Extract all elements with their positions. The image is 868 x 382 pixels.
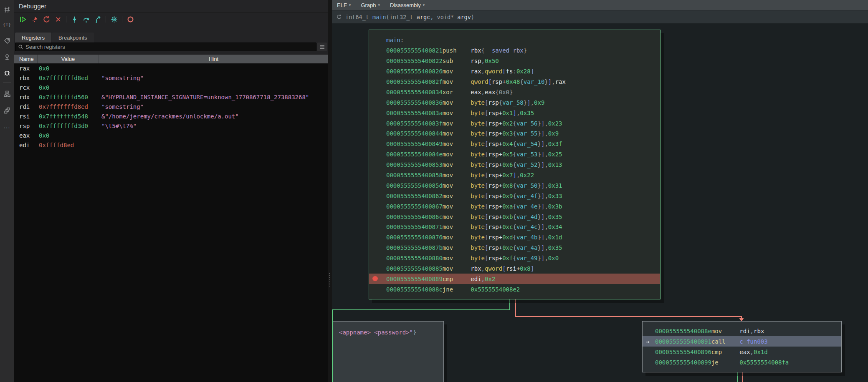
- register-row[interactable]: rbx0x7fffffffd8ed"somestring": [14, 73, 328, 83]
- disasm-line[interactable]: →0000555555400891 call c_fun003: [643, 336, 841, 347]
- disasm-line[interactable]: 0000555555400821 push rbx {__saved_rbx}: [369, 45, 660, 56]
- disasm-line[interactable]: 0000555555400896 cmp eax, 0x1d: [643, 347, 841, 357]
- disasm-line[interactable]: 0000555555400889 cmp edi, 0x2: [369, 274, 660, 284]
- register-row[interactable]: edi0xffffd8ed: [14, 140, 328, 150]
- cross-references-icon[interactable]: [0, 104, 14, 117]
- disasm-line[interactable]: 0000555555400858 mov byte [rsp+0x7], 0x2…: [369, 170, 660, 181]
- disasm-line[interactable]: main:: [369, 35, 660, 45]
- basic-block-call[interactable]: 000055555540088e mov rdi, rbx→0000555555…: [642, 321, 842, 372]
- disasm-line[interactable]: 0000555555400844 mov byte [rsp+0x3 {var_…: [369, 128, 660, 139]
- toolbar-separator: [66, 16, 66, 23]
- menu-elf[interactable]: ELF ▾: [337, 2, 351, 8]
- search-input[interactable]: Search registers: [15, 43, 316, 51]
- binary-ninja-window: {T} ··· Debugger: [0, 0, 868, 382]
- register-row[interactable]: rax0x0: [14, 63, 328, 73]
- menu-graph[interactable]: Graph ▾: [361, 2, 380, 8]
- tag-icon[interactable]: [0, 35, 14, 48]
- column-header-hint[interactable]: Hint: [99, 55, 328, 63]
- disasm-line[interactable]: 000055555540082f mov qword [rsp+0x48 {va…: [369, 77, 660, 87]
- tab-registers[interactable]: Registers: [15, 33, 51, 43]
- disasm-line[interactable]: 0000555555400867 mov byte [rsp+0xa {var_…: [369, 201, 660, 211]
- chevron-down-icon: ▾: [349, 3, 351, 7]
- register-search-row: Search registers: [15, 43, 327, 51]
- register-row[interactable]: rdx0x7fffffffd560&"HYPRLAND_INSTANCE_SIG…: [14, 92, 328, 102]
- edge-false-branch: [742, 372, 743, 382]
- disasm-line[interactable]: 000055555540083a mov byte [rsp+0x1], 0x3…: [369, 108, 660, 118]
- edge-false-branch: [515, 316, 742, 317]
- column-header-value[interactable]: Value: [38, 55, 99, 63]
- debugger-icon[interactable]: [0, 67, 14, 79]
- activity-bar: {T} ···: [0, 0, 14, 382]
- disasm-line[interactable]: 0000555555400876 mov byte [rsp+0xd {var_…: [369, 232, 660, 243]
- disasm-line[interactable]: 000055555540085d mov byte [rsp+0x8 {var_…: [369, 180, 660, 191]
- disassembly-lines: main:0000555555400821 push rbx {__saved_…: [369, 35, 660, 294]
- edge-true-branch: [737, 372, 738, 382]
- step-over-button[interactable]: [80, 14, 92, 25]
- marker-pin-icon[interactable]: [0, 51, 14, 63]
- menu-elf-label: ELF: [337, 2, 347, 8]
- disasm-line[interactable]: 0000555555400836 mov byte [rsp {var_58}]…: [369, 97, 660, 108]
- breakpoint-dot-icon[interactable]: [372, 276, 378, 281]
- edge-true-branch: [509, 299, 510, 310]
- types-icon[interactable]: {T}: [0, 18, 14, 31]
- disasm-line[interactable]: 0000555555400862 mov byte [rsp+0x9 {var_…: [369, 191, 660, 201]
- refresh-icon[interactable]: [336, 14, 342, 20]
- toolbar-separator: [122, 16, 122, 23]
- disasm-line[interactable]: 0000555555400871 mov byte [rsp+0xc {var_…: [369, 222, 660, 232]
- disasm-line[interactable]: 000055555540088c jne 0x5555554008e2: [369, 284, 660, 294]
- search-placeholder: Search registers: [25, 44, 65, 50]
- settings-button[interactable]: [108, 14, 120, 25]
- view-menu-bar: ELF ▾ Graph ▾ Disassembly ▾: [332, 0, 868, 10]
- quit-button[interactable]: [52, 14, 64, 25]
- chevron-down-icon: ▾: [423, 3, 425, 7]
- kill-button[interactable]: [29, 14, 40, 25]
- register-row[interactable]: eax0x0: [14, 131, 328, 140]
- step-return-button[interactable]: [92, 14, 104, 25]
- debugger-panel: Debugger: [14, 0, 328, 382]
- basic-block-main[interactable]: main:0000555555400821 push rbx {__saved_…: [369, 30, 660, 299]
- disasm-line[interactable]: 0000555555400849 mov byte [rsp+0x4 {var_…: [369, 139, 660, 149]
- register-table-header: Name Value Hint: [14, 55, 328, 63]
- splitter-grip-icon: [329, 273, 330, 286]
- disasm-line[interactable]: 000055555540083f mov byte [rsp+0x2 {var_…: [369, 118, 660, 128]
- register-row[interactable]: rsi0x7fffffffd548&"/home/jeremy/crackmes…: [14, 111, 328, 121]
- disasm-line[interactable]: 000055555540084e mov byte [rsp+0x5 {var_…: [369, 149, 660, 160]
- tab-registers-label: Registers: [22, 35, 45, 41]
- tab-breakpoints[interactable]: Breakpoints: [52, 33, 94, 43]
- edge-false-branch: [515, 299, 516, 317]
- panel-splitter[interactable]: [328, 0, 332, 382]
- resume-button[interactable]: [17, 14, 29, 25]
- toolbar-separator: [106, 16, 106, 23]
- register-row[interactable]: rcx0x0: [14, 83, 328, 92]
- hamburger-icon: [319, 45, 325, 49]
- restart-button[interactable]: [40, 14, 52, 25]
- disasm-line[interactable]: 0000555555400822 sub rsp, 0x50: [369, 56, 660, 66]
- register-row[interactable]: rdi0x7fffffffd8ed"somestring": [14, 102, 328, 111]
- menu-disassembly[interactable]: Disassembly ▾: [390, 2, 425, 8]
- disasm-line[interactable]: 0000555555400834 xor eax, eax {0x0}: [369, 87, 660, 97]
- column-header-name[interactable]: Name: [14, 55, 38, 63]
- mini-graph-icon[interactable]: [0, 88, 14, 100]
- disasm-line[interactable]: 0000555555400826 mov rax, qword [fs:0x28…: [369, 66, 660, 77]
- graph-canvas[interactable]: main:0000555555400821 push rbx {__saved_…: [332, 23, 868, 382]
- panel-drag-handle[interactable]: ······: [147, 22, 172, 26]
- register-row[interactable]: rsp0x7fffffffd3d0"\t5#\t?%": [14, 121, 328, 131]
- register-options-button[interactable]: [317, 43, 327, 51]
- basic-block-string[interactable]: <appname> <password>"}: [333, 321, 444, 382]
- symbols-icon[interactable]: [0, 3, 14, 16]
- disasm-line[interactable]: 000055555540088e mov rdi, rbx: [643, 326, 841, 336]
- disasm-line[interactable]: 0000555555400885 mov rbx, qword [rsi+0x8…: [369, 264, 660, 274]
- disasm-line[interactable]: 0000555555400880 mov byte [rsp+0xf {var_…: [369, 253, 660, 264]
- function-signature[interactable]: int64_t main(int32_t argc, void* argv): [345, 14, 474, 20]
- disasm-line[interactable]: 0000555555400853 mov byte [rsp+0x6 {var_…: [369, 160, 660, 170]
- usage-string: <appname> <password>": [339, 329, 413, 336]
- disasm-line[interactable]: 0000555555400899 je 0x5555554008fa: [643, 357, 841, 367]
- halt-button[interactable]: [124, 14, 136, 25]
- panel-title: Debugger: [19, 3, 46, 10]
- disasm-line[interactable]: 000055555540087b mov byte [rsp+0xe {var_…: [369, 243, 660, 253]
- tab-breakpoints-label: Breakpoints: [58, 35, 87, 41]
- edge-true-branch: [332, 309, 510, 310]
- more-panels-icon[interactable]: ···: [0, 121, 14, 133]
- step-into-button[interactable]: [68, 14, 80, 25]
- disasm-line[interactable]: 000055555540086c mov byte [rsp+0xb {var_…: [369, 211, 660, 222]
